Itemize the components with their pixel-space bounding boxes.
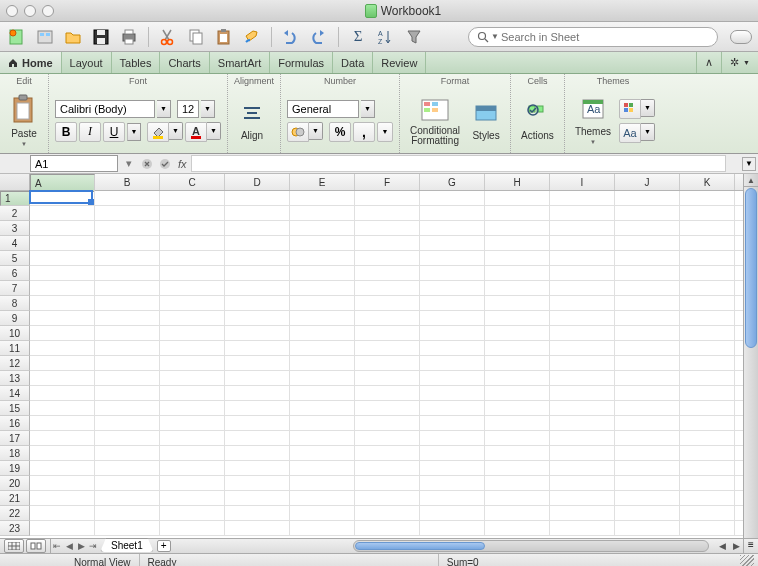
cell-K8[interactable] <box>680 296 735 311</box>
cell-J22[interactable] <box>615 506 680 521</box>
cell-G11[interactable] <box>420 341 485 356</box>
cell-F13[interactable] <box>355 371 420 386</box>
cell-A22[interactable] <box>30 506 95 521</box>
cell-F8[interactable] <box>355 296 420 311</box>
cell-F18[interactable] <box>355 446 420 461</box>
cell-G14[interactable] <box>420 386 485 401</box>
cell-E16[interactable] <box>290 416 355 431</box>
styles-button[interactable]: Styles <box>468 98 504 143</box>
cell-J23[interactable] <box>615 521 680 536</box>
paste-big-button[interactable]: Paste ▼ <box>6 92 42 149</box>
cell-A5[interactable] <box>30 251 95 266</box>
cell-D6[interactable] <box>225 266 290 281</box>
cell-E6[interactable] <box>290 266 355 281</box>
cell-I23[interactable] <box>550 521 615 536</box>
tab-data[interactable]: Data <box>333 52 373 73</box>
cell-A15[interactable] <box>30 401 95 416</box>
cell-A1[interactable] <box>30 191 95 206</box>
cell-J15[interactable] <box>615 401 680 416</box>
cell-H11[interactable] <box>485 341 550 356</box>
cell-D17[interactable] <box>225 431 290 446</box>
column-header-K[interactable]: K <box>680 174 735 190</box>
tab-smartart[interactable]: SmartArt <box>210 52 270 73</box>
cells-area[interactable] <box>30 191 743 536</box>
cell-G12[interactable] <box>420 356 485 371</box>
cell-C1[interactable] <box>160 191 225 206</box>
cell-F4[interactable] <box>355 236 420 251</box>
cell-C9[interactable] <box>160 311 225 326</box>
cell-B7[interactable] <box>95 281 160 296</box>
cell-G22[interactable] <box>420 506 485 521</box>
cell-E15[interactable] <box>290 401 355 416</box>
cell-H21[interactable] <box>485 491 550 506</box>
cell-G2[interactable] <box>420 206 485 221</box>
cell-H16[interactable] <box>485 416 550 431</box>
ribbon-settings-button[interactable]: ✲▼ <box>721 52 758 73</box>
cell-H6[interactable] <box>485 266 550 281</box>
column-header-B[interactable]: B <box>95 174 160 190</box>
cell-D5[interactable] <box>225 251 290 266</box>
cell-I19[interactable] <box>550 461 615 476</box>
cell-E2[interactable] <box>290 206 355 221</box>
theme-colors-button[interactable] <box>619 99 641 119</box>
cell-G13[interactable] <box>420 371 485 386</box>
cell-B2[interactable] <box>95 206 160 221</box>
row-header-22[interactable]: 22 <box>0 506 30 521</box>
currency-button[interactable] <box>287 122 309 142</box>
first-sheet-button[interactable]: ⇤ <box>51 539 63 553</box>
cell-A21[interactable] <box>30 491 95 506</box>
cell-K16[interactable] <box>680 416 735 431</box>
cell-D16[interactable] <box>225 416 290 431</box>
cell-B19[interactable] <box>95 461 160 476</box>
cell-J20[interactable] <box>615 476 680 491</box>
vertical-scroll-thumb[interactable] <box>745 188 757 348</box>
cell-I17[interactable] <box>550 431 615 446</box>
prev-sheet-button[interactable]: ◀ <box>63 539 75 553</box>
cell-I13[interactable] <box>550 371 615 386</box>
cell-K1[interactable] <box>680 191 735 206</box>
cell-J6[interactable] <box>615 266 680 281</box>
cell-A8[interactable] <box>30 296 95 311</box>
cell-B6[interactable] <box>95 266 160 281</box>
row-header-8[interactable]: 8 <box>0 296 30 311</box>
cell-C21[interactable] <box>160 491 225 506</box>
cell-A12[interactable] <box>30 356 95 371</box>
cell-C4[interactable] <box>160 236 225 251</box>
cell-I4[interactable] <box>550 236 615 251</box>
accept-formula-button[interactable] <box>156 156 174 172</box>
row-header-17[interactable]: 17 <box>0 431 30 446</box>
cut-button[interactable] <box>157 26 179 48</box>
row-header-21[interactable]: 21 <box>0 491 30 506</box>
cell-C19[interactable] <box>160 461 225 476</box>
cell-H12[interactable] <box>485 356 550 371</box>
cell-A18[interactable] <box>30 446 95 461</box>
cell-H9[interactable] <box>485 311 550 326</box>
cell-J4[interactable] <box>615 236 680 251</box>
row-header-13[interactable]: 13 <box>0 371 30 386</box>
cell-J17[interactable] <box>615 431 680 446</box>
column-header-C[interactable]: C <box>160 174 225 190</box>
column-header-A[interactable]: A <box>30 174 95 192</box>
cell-G4[interactable] <box>420 236 485 251</box>
fill-color-dropdown[interactable]: ▼ <box>169 122 183 140</box>
row-header-4[interactable]: 4 <box>0 236 30 251</box>
cell-C14[interactable] <box>160 386 225 401</box>
print-button[interactable] <box>118 26 140 48</box>
cell-A16[interactable] <box>30 416 95 431</box>
next-sheet-button[interactable]: ▶ <box>75 539 87 553</box>
cell-C10[interactable] <box>160 326 225 341</box>
cell-K23[interactable] <box>680 521 735 536</box>
font-size-select[interactable]: 12 <box>177 100 199 118</box>
cell-C17[interactable] <box>160 431 225 446</box>
theme-fonts-button[interactable]: Aa <box>619 123 641 143</box>
cell-E9[interactable] <box>290 311 355 326</box>
copy-button[interactable] <box>185 26 207 48</box>
cell-H14[interactable] <box>485 386 550 401</box>
cell-B5[interactable] <box>95 251 160 266</box>
ribbon-collapse-button[interactable]: ∧ <box>696 52 721 73</box>
cell-F6[interactable] <box>355 266 420 281</box>
cell-E11[interactable] <box>290 341 355 356</box>
bold-button[interactable]: B <box>55 122 77 142</box>
cell-E17[interactable] <box>290 431 355 446</box>
cell-C3[interactable] <box>160 221 225 236</box>
